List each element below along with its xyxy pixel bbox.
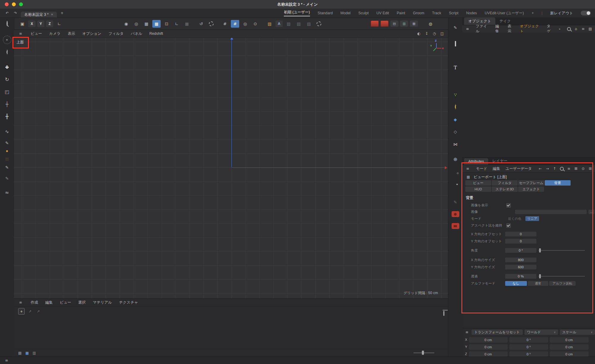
keep-aspect-checkbox[interactable] bbox=[506, 223, 511, 228]
tab-view[interactable]: ビュー bbox=[465, 180, 491, 186]
close-icon[interactable]: × bbox=[51, 12, 53, 17]
menu-overflow-icon[interactable]: ▸ bbox=[559, 27, 560, 30]
edit-render-settings-icon[interactable]: ▤ bbox=[390, 21, 398, 27]
search-icon[interactable] bbox=[566, 26, 572, 32]
alpha-invert-button[interactable]: アルファ反転 bbox=[549, 281, 576, 286]
layout-tab-groom[interactable]: Groom bbox=[413, 11, 424, 15]
mode-nearest-button[interactable]: 近くの色 bbox=[505, 216, 524, 221]
brush-tool[interactable]: ✎ bbox=[3, 164, 11, 171]
size-y-field[interactable]: 600 bbox=[505, 265, 536, 269]
offset-x-field[interactable]: 0 bbox=[505, 232, 536, 236]
alpha-normal-button[interactable]: 通常 bbox=[528, 281, 548, 286]
filter-icon[interactable]: ≡ bbox=[566, 166, 572, 172]
add-material-button[interactable]: + bbox=[18, 308, 25, 315]
traffic-light-zoom[interactable] bbox=[19, 2, 23, 6]
modeling-settings-gear-icon[interactable] bbox=[207, 20, 215, 28]
autokey-icon[interactable]: A bbox=[275, 21, 283, 27]
layout-tab-startup[interactable]: 初期 (ユーザー) bbox=[284, 10, 310, 16]
menu-panel[interactable]: パネル bbox=[131, 31, 142, 36]
quantize-icon[interactable]: ◎ bbox=[241, 20, 249, 28]
show-image-checkbox[interactable] bbox=[506, 203, 511, 208]
compact-view-icon[interactable]: ▥ bbox=[31, 350, 37, 356]
layout-tab-uvedit-user[interactable]: UVEdit-User (ユーザー) bbox=[485, 11, 524, 16]
new-panel-icon[interactable]: ⊞ bbox=[587, 166, 593, 172]
rotation-z-field[interactable]: 0 ° bbox=[509, 352, 548, 357]
scale-mode-dropdown[interactable]: スケール ∨ bbox=[560, 330, 595, 335]
layout-tab-track[interactable]: Track bbox=[432, 11, 441, 15]
add-layout-icon[interactable]: + bbox=[532, 11, 534, 15]
instance-icon[interactable]: ◇ bbox=[451, 128, 460, 136]
parent-object-icon[interactable]: ↑ bbox=[552, 166, 558, 172]
transparency-slider[interactable] bbox=[538, 274, 585, 279]
tab-stereo3d[interactable]: ステレオ3D bbox=[492, 186, 518, 192]
search-icon[interactable] bbox=[559, 166, 565, 172]
layout-tab-nodes[interactable]: Nodes bbox=[466, 11, 477, 15]
angle-slider[interactable] bbox=[538, 248, 585, 253]
lock-icon[interactable]: ⊠ bbox=[573, 166, 579, 172]
status-menu-icon[interactable]: ≡ bbox=[4, 357, 10, 363]
filter-icon[interactable]: ≡ bbox=[580, 26, 586, 32]
keyframe-record-icon[interactable]: ▧ bbox=[265, 20, 274, 28]
axis-lock-x-button[interactable]: X bbox=[28, 21, 35, 27]
undo-icon[interactable]: ↶ bbox=[4, 10, 10, 16]
model-mode-icon[interactable]: ▦ bbox=[142, 20, 151, 28]
angle-field[interactable]: 0 ° bbox=[505, 248, 536, 253]
workplane-mode-icon[interactable]: ∟ bbox=[173, 20, 181, 28]
smooth-spline-tool[interactable]: ≈ bbox=[3, 189, 11, 197]
position-y-field[interactable]: 0 cm bbox=[469, 344, 508, 350]
menu-options[interactable]: オプション bbox=[82, 31, 101, 36]
symmetry-icon[interactable]: ⋈ bbox=[451, 140, 460, 148]
workplane-icon[interactable]: ∟ bbox=[55, 20, 63, 28]
tab-filter[interactable]: フィルタ bbox=[492, 180, 518, 186]
toggle-views-icon[interactable]: ◫ bbox=[439, 31, 445, 37]
tab-layers[interactable]: レイヤー bbox=[488, 157, 512, 165]
size-x-field[interactable]: 800 bbox=[505, 258, 536, 262]
browse-button[interactable]: ... bbox=[588, 210, 594, 214]
snap-grid-icon[interactable]: # bbox=[221, 20, 229, 28]
home-icon[interactable]: ⌂ bbox=[573, 26, 579, 32]
mode-linear-button[interactable]: リニア bbox=[525, 216, 539, 221]
tab-back[interactable]: 背景 bbox=[545, 180, 571, 186]
axis-lock-tool[interactable]: ╋ bbox=[3, 113, 11, 120]
view-history-icon[interactable]: ◷ bbox=[431, 31, 437, 37]
axis-lock-z-button[interactable]: Z bbox=[46, 21, 53, 27]
magnet-snap-icon[interactable]: ⊙ bbox=[251, 20, 259, 28]
history-clock-icon[interactable]: ⊙ bbox=[580, 166, 586, 172]
attribute-menu-icon[interactable]: ≡ bbox=[465, 166, 471, 172]
menu-view[interactable]: ビュー bbox=[31, 31, 42, 36]
position-z-field[interactable]: 0 cm bbox=[469, 352, 508, 357]
rotation-y-field[interactable]: 0 ° bbox=[509, 344, 548, 350]
sky-icon[interactable]: ⊕ bbox=[451, 156, 460, 163]
delete-material-icon[interactable] bbox=[443, 311, 444, 315]
rotate-tool[interactable]: ↻ bbox=[3, 76, 11, 83]
magnify-icon[interactable] bbox=[7, 21, 8, 26]
traffic-light-close[interactable] bbox=[5, 2, 9, 6]
material-menu-icon[interactable]: ≡ bbox=[18, 299, 24, 305]
transparency-field[interactable]: 0 % bbox=[505, 274, 536, 279]
selection-settings-gear-icon[interactable] bbox=[7, 50, 8, 54]
text-object-icon[interactable]: T bbox=[454, 65, 457, 70]
history-forward-icon[interactable]: → bbox=[544, 166, 550, 172]
rotation-x-field[interactable]: 0 ° bbox=[509, 337, 548, 343]
axis-lock-y-button[interactable]: Y bbox=[37, 21, 44, 27]
render-queue-icon[interactable]: ▥ bbox=[400, 21, 408, 27]
simulate-icon[interactable]: ◉ bbox=[122, 20, 130, 28]
load-material-icon[interactable]: ↗ bbox=[27, 308, 33, 314]
object-mode-icon[interactable]: ▦ bbox=[152, 20, 161, 28]
tab-attributes[interactable]: Attributes bbox=[464, 158, 488, 165]
viewport-menu-icon[interactable]: ≡ bbox=[18, 31, 24, 37]
deformer-gear-icon[interactable] bbox=[455, 105, 456, 109]
layout-tab-model[interactable]: Model bbox=[340, 11, 350, 15]
redshift-light-icon[interactable] bbox=[452, 211, 459, 217]
scale-x-field[interactable]: 0 cm bbox=[550, 337, 588, 343]
pan-view-icon[interactable]: ◐ bbox=[416, 31, 422, 37]
layout-tab-script[interactable]: Script bbox=[449, 11, 458, 15]
volume-icon[interactable]: ◆ bbox=[451, 116, 460, 123]
tab-safe-frames[interactable]: セーフフレーム bbox=[518, 180, 544, 186]
spline-pen-tool[interactable]: ∿ bbox=[3, 128, 11, 136]
menu-userdata[interactable]: ユーザーデータ bbox=[505, 166, 532, 171]
new-document-tab-icon[interactable]: + bbox=[59, 10, 65, 16]
layout-tab-uvedit[interactable]: UV Edit bbox=[376, 11, 389, 15]
position-x-field[interactable]: 0 cm bbox=[469, 337, 508, 343]
history-back-icon[interactable]: ← bbox=[537, 166, 543, 172]
